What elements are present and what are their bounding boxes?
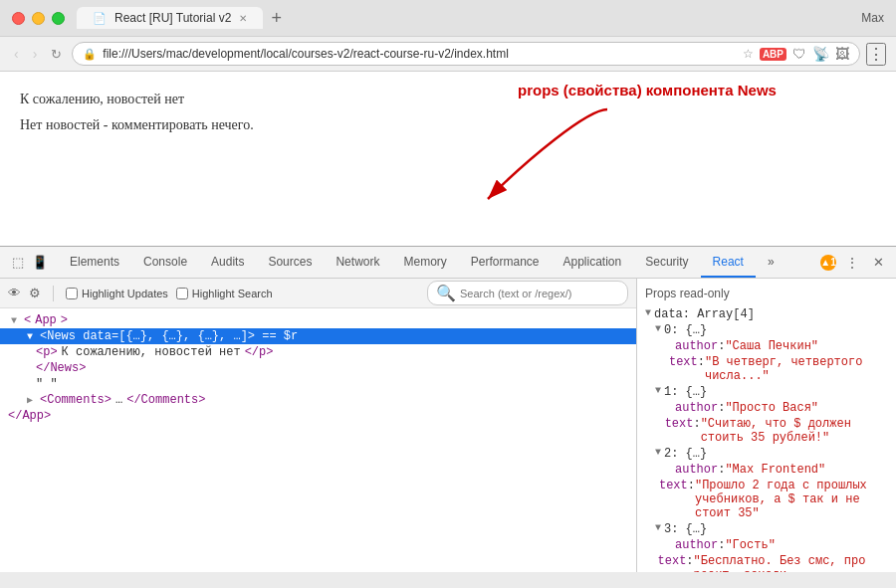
forward-button[interactable]: › — [29, 44, 42, 64]
new-tab-button[interactable]: + — [271, 8, 282, 29]
adblock-icon: ABP — [760, 48, 786, 61]
eye-icon[interactable]: 👁 — [8, 286, 21, 300]
tab-security[interactable]: Security — [633, 247, 700, 278]
tree-row-p[interactable]: <p>К сожалению, новостей нет</p> — [0, 344, 636, 360]
highlight-search-checkbox[interactable] — [176, 288, 188, 299]
search-box[interactable]: 🔍 — [427, 281, 628, 305]
props-panel: Props read-only ▼ data: Array[4] ▼ 0: {…… — [637, 279, 896, 572]
tab-title: React [RU] Tutorial v2 — [114, 11, 231, 25]
warning-badge: ▲1 — [820, 255, 836, 271]
props-item-1: ▼ 1: {…} — [645, 384, 888, 400]
tree-row-news[interactable]: ▼ <News data=[{…}, {…}, {…}, …]> == $r — [0, 328, 636, 344]
search-icon: 🔍 — [436, 284, 456, 302]
tab-performance[interactable]: Performance — [459, 247, 552, 278]
props-title: Props read-only — [645, 287, 888, 300]
settings-icon[interactable]: ⚙ — [29, 286, 41, 300]
tab-console[interactable]: Console — [131, 247, 199, 278]
devtools-right-icons: ▲1 ⋮ ✕ — [820, 253, 888, 273]
tab-audits[interactable]: Audits — [199, 247, 256, 278]
page-content: К сожалению, новостей нет Нет новостей -… — [0, 72, 896, 246]
props-item3-toggle[interactable]: ▼ — [655, 522, 661, 533]
props-item3-author: author: "Гость" — [645, 537, 888, 553]
props-item0-toggle[interactable]: ▼ — [655, 323, 661, 334]
devtools-more-icon[interactable]: ⋮ — [842, 253, 862, 273]
tree-row-app[interactable]: ▼ <App> — [0, 312, 636, 328]
annotation-arrow — [428, 99, 627, 219]
screenshot-icon: 🖼 — [835, 46, 849, 62]
refresh-button[interactable]: ↻ — [47, 45, 66, 64]
highlight-search-text: Highlight Search — [192, 288, 273, 299]
shield-icon: 🛡 — [792, 46, 806, 62]
props-item-2: ▼ 2: {…} — [645, 446, 888, 462]
tab-sources[interactable]: Sources — [256, 247, 324, 278]
close-button[interactable] — [12, 12, 25, 25]
props-item0-text-val: "В четверг, четвертого числа..." — [705, 355, 888, 383]
tab-application[interactable]: Application — [552, 247, 634, 278]
tab-icon: 📄 — [93, 12, 107, 25]
props-item2-text-val: "Прошло 2 года с прошлых учебников, а $ … — [695, 479, 888, 520]
devtools-close-icon[interactable]: ✕ — [868, 253, 888, 273]
props-item1-author-val: "Просто Вася" — [725, 401, 818, 415]
cast-icon: 📡 — [812, 46, 829, 62]
window-controls — [12, 12, 65, 25]
tab-react[interactable]: React — [701, 247, 756, 278]
tree-row-space[interactable]: " " — [0, 376, 636, 392]
props-item-3: ▼ 3: {…} — [645, 521, 888, 537]
devtools: ⬚ 📱 Elements Console Audits Sources Netw… — [0, 246, 896, 572]
props-item1-author: author: "Просто Вася" — [645, 400, 888, 416]
props-item2-author: author: "Max Frontend" — [645, 462, 888, 478]
highlight-updates-text: Highlight Updates — [82, 288, 168, 299]
back-button[interactable]: ‹ — [10, 44, 23, 64]
nav-bar: ‹ › ↻ 🔒 file:///Users/mac/development/lo… — [0, 36, 896, 72]
tab-elements[interactable]: Elements — [58, 247, 131, 278]
elements-toolbar: 👁 ⚙ Highlight Updates Highlight Search 🔍 — [0, 279, 636, 308]
bookmark-icon[interactable]: ☆ — [743, 47, 754, 61]
elements-panel: 👁 ⚙ Highlight Updates Highlight Search 🔍 — [0, 279, 637, 572]
tab-network[interactable]: Network — [324, 247, 391, 278]
maximize-button[interactable] — [52, 12, 65, 25]
tree-toggle-app[interactable]: ▼ — [8, 314, 20, 326]
devtools-tab-bar: ⬚ 📱 Elements Console Audits Sources Netw… — [0, 247, 896, 279]
elements-tree: ▼ <App> ▼ <News data=[{…}, {…}, {…}, …]>… — [0, 308, 636, 572]
devtools-body: 👁 ⚙ Highlight Updates Highlight Search 🔍 — [0, 279, 896, 572]
title-bar: 📄 React [RU] Tutorial v2 ✕ + Max — [0, 0, 896, 36]
menu-button[interactable]: ⋮ — [866, 43, 886, 66]
url-bar[interactable]: 🔒 file:///Users/mac/development/local/co… — [72, 42, 860, 66]
url-text: file:///Users/mac/development/local/cour… — [103, 47, 737, 61]
props-data-toggle[interactable]: ▼ — [645, 307, 651, 318]
props-item3-text-val: "Бесплатно. Без смс, про реакт, заходи –… — [694, 554, 888, 572]
search-input[interactable] — [460, 288, 619, 299]
props-item1-toggle[interactable]: ▼ — [655, 385, 661, 396]
highlight-updates-checkbox[interactable] — [66, 288, 78, 299]
props-data-label: data: Array[4] — [654, 307, 755, 321]
props-item2-toggle[interactable]: ▼ — [655, 447, 661, 458]
props-item1-text: text: "Считаю, что $ должен стоить 35 ру… — [645, 416, 888, 446]
browser-tab[interactable]: 📄 React [RU] Tutorial v2 ✕ — [77, 7, 263, 29]
inspect-icon[interactable]: ⬚ — [8, 253, 28, 273]
props-item0-text: text: "В четверг, четвертого числа..." — [645, 354, 888, 384]
props-item-0: ▼ 0: {…} — [645, 322, 888, 338]
tree-toggle-news[interactable]: ▼ — [24, 330, 36, 342]
props-data-line: ▼ data: Array[4] — [645, 306, 888, 322]
highlight-updates-label[interactable]: Highlight Updates — [66, 288, 168, 299]
browser-chrome: 📄 React [RU] Tutorial v2 ✕ + Max ‹ › ↻ 🔒… — [0, 0, 896, 72]
highlight-search-label[interactable]: Highlight Search — [176, 288, 273, 299]
tree-row-app-close[interactable]: </App> — [0, 408, 636, 424]
props-item2-text: text: "Прошло 2 года с прошлых учебников… — [645, 478, 888, 521]
minimize-button[interactable] — [32, 12, 45, 25]
device-icon[interactable]: 📱 — [30, 253, 50, 273]
tree-row-comments[interactable]: ▶ <Comments>…</Comments> — [0, 392, 636, 408]
annotation-text: props (свойства) компонента News — [518, 82, 777, 98]
tree-toggle-comments[interactable]: ▶ — [24, 394, 36, 406]
user-label: Max — [861, 11, 884, 25]
url-lock-icon: 🔒 — [83, 48, 97, 61]
tab-bar: 📄 React [RU] Tutorial v2 ✕ + — [77, 7, 861, 29]
tab-more[interactable]: » — [756, 247, 786, 278]
tab-close-icon[interactable]: ✕ — [239, 13, 247, 24]
tree-row-news-close[interactable]: </News> — [0, 360, 636, 376]
props-item3-author-val: "Гость" — [725, 538, 775, 552]
tab-memory[interactable]: Memory — [391, 247, 458, 278]
props-item1-text-val: "Считаю, что $ должен стоить 35 рублей!" — [701, 417, 888, 445]
props-item2-author-val: "Max Frontend" — [725, 463, 825, 477]
props-item3-text: text: "Бесплатно. Без смс, про реакт, за… — [645, 553, 888, 572]
